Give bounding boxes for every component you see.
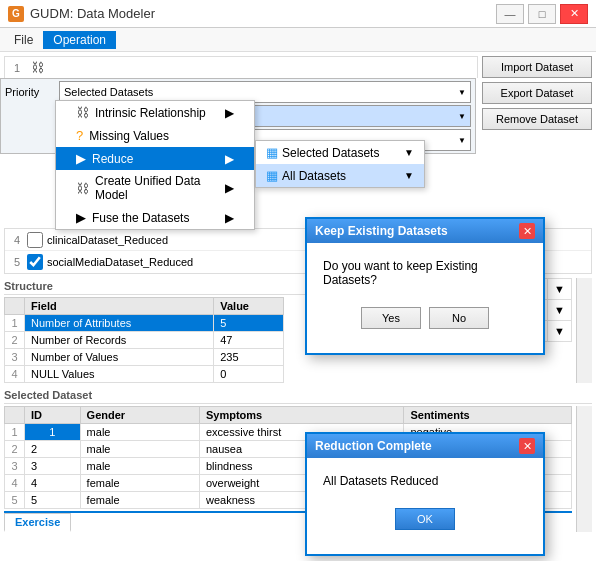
priority-label: Priority [5,86,55,98]
id-2: 2 [25,441,81,458]
ok-button[interactable]: OK [395,508,455,530]
symptoms-col-header: Symptoms [200,407,404,424]
reduce-label: Reduce [92,152,133,166]
gender-col-header: Gender [80,407,199,424]
window-controls: — □ ✕ [496,4,588,24]
minimize-button[interactable]: — [496,4,524,24]
reduce-icon: ▶ [76,151,86,166]
menu-create[interactable]: ⛓ Create Unified Data Model ▶ [56,170,254,206]
scroll-bar[interactable] [576,278,592,383]
reduce-arrow-icon: ▶ [225,152,234,166]
fuse-arrow-icon: ▶ [225,211,234,225]
value-4: 0 [214,366,284,383]
structure-table: Field Value 1 Number of Attributes 5 2 N… [4,297,284,383]
menu-item-operation[interactable]: Operation [43,31,116,49]
gender-2: male [80,441,199,458]
exercise-tab[interactable]: Exercise [4,513,71,532]
menu-missing[interactable]: ? Missing Values [56,124,254,147]
yes-button[interactable]: Yes [361,307,421,329]
dialog-title-bar: Keep Existing Datasets ✕ [307,219,543,243]
remove-dataset-button[interactable]: Remove Dataset [482,108,592,130]
create-icon: ⛓ [76,181,89,196]
sub-all-datasets[interactable]: ▦ All Datasets ▼ [256,164,424,187]
gender-3: male [80,458,199,475]
field-4: NULL Values [25,366,214,383]
dataset-row-1: 1 ⛓ [4,56,478,78]
app-title: GUDM: Data Modeler [30,6,155,21]
import-dataset-button[interactable]: Import Dataset [482,56,592,78]
fuse-label: Fuse the Datasets [92,211,189,225]
selected-grid-icon: ▦ [266,145,278,160]
sub-selected-datasets[interactable]: ▦ Selected Datasets ▼ [256,141,424,164]
menu-fuse[interactable]: ▶ Fuse the Datasets ▶ [56,206,254,229]
row-number: 1 [7,62,27,74]
menu-reduce[interactable]: ▶ Reduce ▶ [56,147,254,170]
no-button[interactable]: No [429,307,489,329]
dialog-message: Do you want to keep Existing Datasets? [323,259,527,287]
selected-dataset-header: Selected Dataset [4,387,592,404]
create-label: Create Unified Data Model [95,174,219,202]
missing-label: Missing Values [89,129,169,143]
row-number: 5 [7,256,27,268]
structure-header: Structure [4,278,348,295]
field-col-header: Field [25,298,214,315]
dropdown-arrow: ▼ [458,136,466,145]
gender-5: female [80,492,199,509]
close-button[interactable]: ✕ [560,4,588,24]
all-grid-icon: ▦ [266,168,278,183]
dialog-buttons: Yes No [323,299,527,337]
id-1: 1 [25,424,81,441]
fuse-icon: ▶ [76,210,86,225]
reduction-dialog-body: All Datasets Reduced OK [307,458,543,554]
export-dataset-button[interactable]: Export Dataset [482,82,592,104]
dropdown-arrow: ▼ [404,170,414,181]
reduce-submenu: ▦ Selected Datasets ▼ ▦ All Datasets ▼ [255,140,425,188]
arrow-icon: ▶ [225,106,234,120]
dropdown-arrow: ▼ [458,112,466,121]
keep-datasets-dialog: Keep Existing Datasets ✕ Do you want to … [305,217,545,355]
missing-icon: ? [76,128,83,143]
menu-intrinsic[interactable]: ⛓ Intrinsic Relationship ▶ [56,101,254,124]
id-3: 3 [25,458,81,475]
value-2: 47 [214,332,284,349]
id-5: 5 [25,492,81,509]
field-1: Number of Attributes [25,315,214,332]
field-3: Number of Values [25,349,214,366]
dropdown-arrow: ▼ [458,88,466,97]
dataset-checkbox-5[interactable] [27,254,43,270]
row-number: 4 [7,234,27,246]
struct-row-3: 3 Number of Values 235 [5,349,284,366]
reduction-message: All Datasets Reduced [323,474,527,488]
dialog-title-text: Keep Existing Datasets [315,224,448,238]
reduction-complete-dialog: Reduction Complete ✕ All Datasets Reduce… [305,432,545,556]
reduction-close-button[interactable]: ✕ [519,438,535,454]
menu-bar: File Operation [0,28,596,52]
title-bar: G GUDM: Data Modeler — □ ✕ [0,0,596,28]
app-icon: G [8,6,24,22]
id-4: 4 [25,475,81,492]
intrinsic-label: Intrinsic Relationship [95,106,206,120]
reduction-buttons: OK [323,500,527,538]
id-col-header: ID [25,407,81,424]
link-icon: ⛓ [27,60,47,75]
main-content: 1 ⛓ Import Dataset Export Dataset Remove… [0,52,596,561]
data-scroll-bar[interactable] [576,406,592,532]
value-1: 5 [214,315,284,332]
gender-4: female [80,475,199,492]
dialog-close-button[interactable]: ✕ [519,223,535,239]
reduction-title-bar: Reduction Complete ✕ [307,434,543,458]
menu-item-file[interactable]: File [4,31,43,49]
create-arrow-icon: ▶ [225,181,234,195]
maximize-button[interactable]: □ [528,4,556,24]
intrinsic-icon: ⛓ [76,105,89,120]
dataset-checkbox-4[interactable] [27,232,43,248]
struct-row-1: 1 Number of Attributes 5 [5,315,284,332]
sentiments-col-header: Sentiments [404,407,572,424]
gender-1: male [80,424,199,441]
field-2: Number of Records [25,332,214,349]
value-col-header: Value [214,298,284,315]
dropdown-arrow: ▼ [404,147,414,158]
struct-row-2: 2 Number of Records 47 [5,332,284,349]
struct-row-4: 4 NULL Values 0 [5,366,284,383]
dialog-body: Do you want to keep Existing Datasets? Y… [307,243,543,353]
